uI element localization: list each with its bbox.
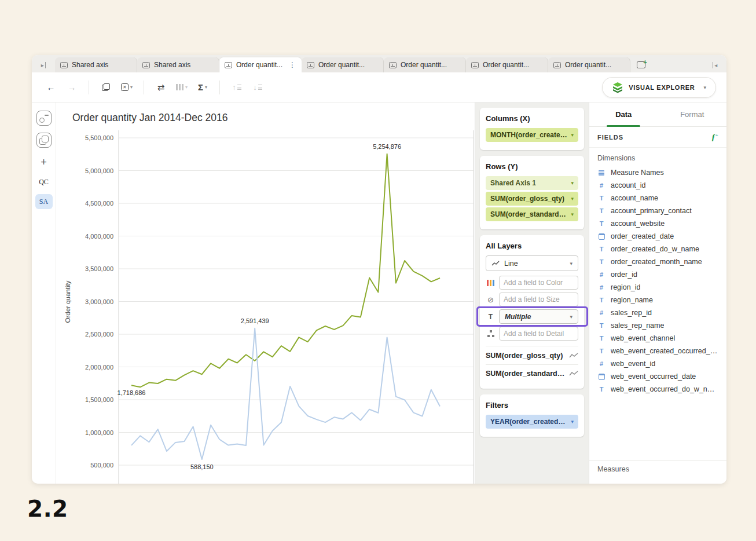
- arrow-left-icon: ←: [47, 82, 56, 92]
- field-row[interactable]: order_created_date: [589, 230, 726, 243]
- field-row[interactable]: account_id: [589, 179, 726, 192]
- svg-text:2,000,000: 2,000,000: [85, 364, 113, 371]
- delete-table-button[interactable]: ✕ ▾: [118, 78, 135, 97]
- duplicate-element-button[interactable]: [97, 78, 115, 97]
- field-row[interactable]: account_website: [589, 217, 726, 230]
- tab-menu-icon[interactable]: ⋮: [288, 61, 296, 69]
- fields-header: FIELDS: [597, 134, 623, 141]
- chart-tab-icon: [225, 62, 232, 68]
- field-row[interactable]: web_event_occurred_date: [589, 370, 726, 383]
- add-calculation-icon[interactable]: ƒ+: [711, 132, 718, 142]
- field-row[interactable]: order_id: [589, 268, 726, 281]
- field-row[interactable]: order_created_month_name: [589, 255, 726, 268]
- field-name: order_created_date: [611, 232, 674, 240]
- worksheet-tab-7[interactable]: Order quantit...: [548, 57, 630, 72]
- field-row[interactable]: web_event_created_occurred_na...: [589, 345, 726, 357]
- field-row[interactable]: account_primary_contact: [589, 204, 726, 217]
- back-button[interactable]: ←: [42, 78, 60, 97]
- field-row[interactable]: web_event_occurred_do_w_name: [589, 383, 726, 396]
- all-layers-title: All Layers: [486, 242, 578, 250]
- chart-icon: [637, 61, 645, 68]
- field-row[interactable]: web_event_channel: [589, 332, 726, 345]
- worksheet-tab-6[interactable]: Order quantit...: [466, 57, 548, 72]
- field-name: web_event_channel: [611, 334, 675, 342]
- forward-button[interactable]: →: [63, 78, 80, 97]
- chart-type-button[interactable]: ▾: [173, 78, 190, 97]
- pill-label: SUM(order_standard_qty): [490, 210, 568, 218]
- columns-pill[interactable]: MONTH(order_created_d...▾: [486, 128, 578, 142]
- measure-row-clipped: [589, 477, 726, 481]
- number-field-icon: [597, 309, 605, 316]
- fields-panel: DataFormat FIELDS ƒ+ Dimensions Measure …: [589, 103, 726, 484]
- new-element-button[interactable]: +: [630, 57, 654, 72]
- field-row[interactable]: sales_rep_name: [589, 319, 726, 332]
- svg-text:4,500,000: 4,500,000: [85, 200, 113, 207]
- field-row[interactable]: sales_rep_id: [589, 306, 726, 319]
- fields-list[interactable]: Dimensions Measure Namesaccount_idaccoun…: [589, 148, 726, 484]
- field-name: account_id: [611, 181, 645, 189]
- mark-type-dropdown[interactable]: Line ▾: [486, 255, 578, 271]
- tab-format[interactable]: Format: [658, 103, 727, 126]
- sort-ascending-button[interactable]: ↑: [228, 78, 245, 97]
- field-row[interactable]: region_id: [589, 281, 726, 294]
- caret-down-icon[interactable]: ▾: [568, 419, 574, 425]
- filters-pill[interactable]: YEAR(order_created_date)▾: [486, 415, 578, 429]
- caret-down-icon[interactable]: ▾: [568, 196, 574, 202]
- chart-canvas[interactable]: 500,0001,000,0001,500,0002,000,0002,500,…: [56, 103, 475, 484]
- field-row[interactable]: account_name: [589, 192, 726, 204]
- fields-header-row: FIELDS ƒ+: [589, 127, 726, 148]
- visual-explorer-selector[interactable]: VISUAL EXPLORER ▾: [602, 77, 716, 98]
- rows-pill[interactable]: Shared Axis 1▾: [486, 176, 578, 190]
- field-row[interactable]: web_event_id: [589, 357, 726, 370]
- text-field-value: Multiple: [505, 313, 531, 321]
- tab-data[interactable]: Data: [589, 103, 658, 126]
- caret-down-icon: ▾: [703, 85, 706, 90]
- expand-right-panel-button[interactable]: ◂: [703, 57, 726, 72]
- rows-pill[interactable]: SUM(order_standard_qty)▾: [486, 207, 578, 221]
- page-chip-sa[interactable]: SA: [35, 194, 53, 209]
- detail-field-input[interactable]: [499, 327, 578, 341]
- field-row[interactable]: Measure Names: [589, 166, 726, 179]
- svg-text:3,500,000: 3,500,000: [85, 265, 113, 272]
- size-field-input[interactable]: [499, 293, 578, 306]
- field-row[interactable]: order_created_do_w_name: [589, 243, 726, 255]
- line-mark-icon: [491, 261, 500, 266]
- text-field-dropdown[interactable]: Multiple ▾: [499, 309, 578, 324]
- rows-shelf: Rows (Y) Shared Axis 1▾SUM(order_gloss_q…: [480, 156, 584, 229]
- worksheet-tab-4[interactable]: Order quantit...: [302, 57, 384, 72]
- worksheet-tab-2[interactable]: Shared axis: [137, 57, 219, 72]
- field-row[interactable]: region_name: [589, 294, 726, 306]
- expand-left-panel-button[interactable]: ▸: [32, 57, 55, 72]
- text-field-icon: [597, 195, 605, 202]
- size-shelf-icon: ⊘: [486, 295, 496, 304]
- worksheet-tab-5[interactable]: Order quantit...: [384, 57, 466, 72]
- caret-down-icon: ▾: [185, 85, 188, 90]
- sort-ascending-icon: ↑: [232, 83, 241, 92]
- worksheet-tab-1[interactable]: Shared axis: [55, 57, 137, 72]
- caret-down-icon[interactable]: ▾: [568, 132, 574, 138]
- field-name: web_event_occurred_do_w_name: [611, 385, 718, 393]
- rows-pill[interactable]: SUM(order_gloss_qty)▾: [486, 192, 578, 206]
- sort-descending-button[interactable]: ↓: [249, 78, 266, 97]
- field-name: region_id: [611, 283, 640, 291]
- swap-axes-button[interactable]: ⇄: [152, 78, 170, 97]
- date-field-icon: [597, 233, 605, 240]
- size-shelf-row: ⊘: [486, 293, 578, 306]
- layer-measure-row[interactable]: SUM(order_gloss_qty): [486, 346, 578, 364]
- caret-down-icon[interactable]: ▾: [568, 180, 574, 186]
- field-name: order_id: [611, 270, 637, 279]
- field-name: sales_rep_name: [611, 321, 664, 330]
- page-chip-qc[interactable]: QC: [35, 174, 53, 189]
- aggregate-button[interactable]: Σ ▾: [194, 78, 211, 97]
- add-page-button[interactable]: +: [41, 157, 47, 167]
- controls-element-icon[interactable]: [36, 111, 52, 126]
- tab-bar: ▸ Shared axisShared axisOrder quantit...…: [32, 55, 726, 72]
- caret-down-icon[interactable]: ▾: [568, 211, 574, 217]
- filters-shelf-title: Filters: [486, 401, 578, 410]
- number-field-icon: [597, 360, 605, 367]
- layer-measure-row[interactable]: SUM(order_standard_q...: [486, 364, 578, 382]
- layer-measure-label: SUM(order_standard_q...: [486, 370, 566, 378]
- pages-element-icon[interactable]: [36, 133, 52, 148]
- worksheet-tab-3[interactable]: Order quantit...⋮: [219, 57, 302, 72]
- color-field-input[interactable]: [499, 276, 578, 290]
